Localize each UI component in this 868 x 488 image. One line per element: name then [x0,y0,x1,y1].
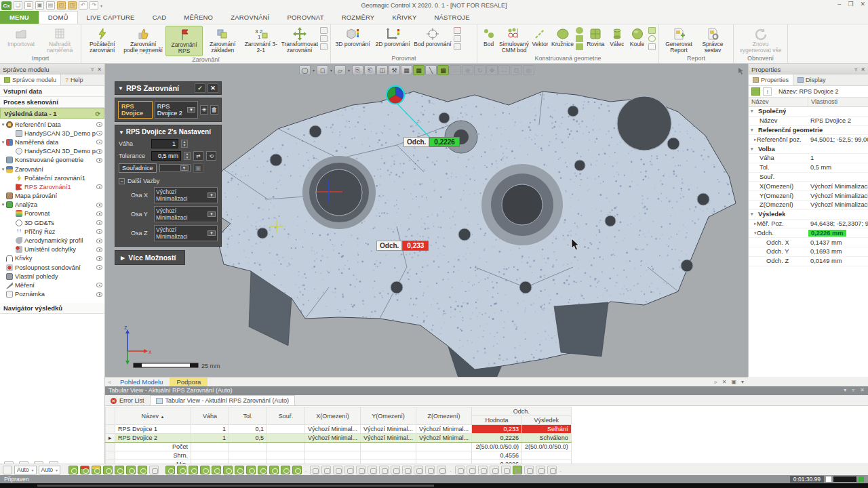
col-sour[interactable]: Souř. [267,407,305,425]
display-toggle-icon[interactable] [103,466,113,474]
section-scan-process[interactable]: Proces skenování [0,97,104,108]
tab-tabular-view[interactable]: Tabular View - Aktuální RPS Zarovnání (A… [150,395,295,405]
tolerance-spinner[interactable]: ▲▼ [184,152,191,160]
tree-item[interactable]: ▾Naměřená data [0,138,104,146]
view-cube-icon[interactable]: ◻ [317,65,328,75]
visibility-eye-icon[interactable] [96,158,102,163]
close-button[interactable]: ✕ [860,1,865,7]
render-toggle-icon[interactable] [165,466,175,474]
tab-help[interactable]: ? Help [61,75,87,85]
tree-item[interactable]: Aerodynamický profil [0,236,104,245]
sphere-button[interactable]: Koule [627,26,647,55]
coordinate-select[interactable]: ▼ [159,164,191,172]
axis-y-select[interactable]: Výchozí Minimalizaci▼ [154,206,218,222]
tree-item[interactable]: ▾Analýza [0,201,104,209]
circle-button[interactable]: Kružnice [551,26,574,55]
measure-tool-icon[interactable] [513,466,522,474]
prop-row[interactable]: Tol.0,5 mm [749,163,868,173]
display-toggle-icon[interactable] [92,466,101,474]
tree-item[interactable]: Křivky [0,254,104,263]
prop-row[interactable]: X(Omezení)Výchozí Minimalizaci [749,182,868,191]
prop-row[interactable]: Odch. Z0,0149 mm [749,257,868,266]
redo-icon[interactable]: ↷ [90,1,98,9]
axis-x-select[interactable]: Výchozí Minimalizaci▼ [154,187,218,203]
visibility-eye-icon[interactable] [96,220,102,225]
axis-z-select[interactable]: Výchozí Minimalizaci▼ [154,225,218,241]
visibility-eye-icon[interactable] [96,140,102,144]
compare-mini-icons[interactable] [453,26,462,52]
tab-nastroje[interactable]: NÁSTROJE [425,12,478,24]
video-progress-bar[interactable] [0,483,868,488]
shading-mode-icon[interactable]: ◯ [299,65,311,75]
delete-pair-icon[interactable]: 🗑 [210,105,218,115]
render-toggle-icon[interactable] [246,466,256,474]
col-tol[interactable]: Tol. [229,407,267,425]
open-folder-icon[interactable]: ◰ [57,1,66,9]
visibility-eye-icon[interactable] [96,283,102,287]
tab-model-manager[interactable]: Správce modelu [0,75,61,85]
save-icon[interactable]: ▣ [35,1,44,9]
pin-icon[interactable]: ▿ [91,66,94,73]
table-row[interactable]: Počet 2(50.0/0.0/50.0)2(50.0/0.0/50.0) [106,443,572,451]
categorize-icon[interactable] [751,87,760,96]
tolerance-reset-icon[interactable]: ⟲ [206,151,216,161]
render-toggle-icon[interactable] [189,466,198,474]
visibility-eye-icon[interactable] [96,184,102,189]
report-manager-button[interactable]: Správce sestav [697,26,728,55]
dialog-close-button[interactable]: ✕ [208,83,218,93]
prop-row[interactable]: Souř. [749,173,868,182]
pair-settings-header[interactable]: ▼ RPS Dvojice 2's Nastavení [119,128,218,136]
tree-item[interactable]: Porovnat [0,209,104,218]
close-panel-icon[interactable]: ✕ [861,66,865,73]
print-icon[interactable]: ▤ [46,1,55,9]
tree-item[interactable]: Umístění odchylky [0,245,104,254]
app-logo-icon[interactable]: Cx [1,1,12,10]
visibility-eye-icon[interactable] [96,122,102,127]
visibility-eye-icon[interactable] [96,239,102,243]
prop-row[interactable]: ▸Referenční poz.94,5001; -52,5; 99,0003 [749,135,868,144]
col-hodnota[interactable]: Hodnota [472,416,522,425]
tree-item[interactable]: Měření [0,281,104,289]
prop-row[interactable]: Odch. Y0,1693 mm [749,247,868,257]
prop-row[interactable]: Z(Omezení)Výchozí Minimalizaci [749,201,868,210]
visibility-eye-icon[interactable] [96,247,102,252]
rps-pair-button[interactable]: RPS Dvojice [118,101,153,119]
prop-row[interactable]: ▸Měř. Poz.94,6438; -52,3307; 99,... [749,220,868,229]
tree-item[interactable]: ↑↑Příčný Řez [0,227,104,236]
display-toggle-icon[interactable] [115,466,124,474]
geometry-mini-icons-2[interactable] [648,26,656,52]
rps-pair-select[interactable]: RPS Dvojice 2▼ [155,101,198,119]
simulated-cmm-point-button[interactable]: Simulovaný CMM bod [498,26,530,55]
3d-viewport[interactable]: z x 25 mm ◯▾ ◻▾ ▱▾ ⎘ ⎗ ◫ ⚒ ▦ ▦ [105,64,748,377]
render-toggle-icon[interactable] [269,466,279,474]
results-navigator-header[interactable]: Navigátor výsledků [0,303,104,314]
prop-row[interactable]: Y(Omezení)Výchozí Minimalizaci [749,191,868,201]
visibility-eye-icon[interactable] [96,265,102,270]
tree-item[interactable]: Konstruované geometrie [0,156,104,165]
tree-item[interactable]: HandySCAN 3D_Demo p... [0,129,104,138]
display-toggle-icon[interactable] [138,466,147,474]
paint-icon[interactable]: ⚒ [389,65,400,75]
weight-input[interactable]: 1 [151,139,178,148]
pin-icon[interactable]: ▿ [854,66,857,73]
visibility-eye-icon[interactable] [96,292,102,297]
point-geometry-button[interactable]: Bod [479,26,498,55]
view-mode-icon[interactable] [3,466,12,474]
tab-scroll-right-icon[interactable]: ▹ [715,379,717,385]
prop-group[interactable]: ▾Volba [749,144,868,154]
display-toggle-icon[interactable] [126,466,136,474]
refresh-small-icon[interactable]: ⟳ [95,108,100,118]
prop-row[interactable]: Váha1 [749,154,868,163]
maximize-button[interactable]: ❐ [848,1,853,7]
render-toggle-icon[interactable] [281,466,290,474]
cylinder-button[interactable]: Válec [607,26,627,55]
tree-item[interactable]: RPS Zarovnání1 [0,182,104,191]
col-x[interactable]: X(Omezení) [305,407,361,425]
tree-item[interactable]: Poznámka [0,290,104,299]
col-value[interactable]: Vlastnosti [808,98,840,106]
table-row[interactable]: RPS Dvojice 11 0,1 Výchozí Minimal...Výc… [106,425,572,434]
visibility-eye-icon[interactable] [96,256,102,261]
deviation-annotation-fail[interactable]: Odch. 0,233 [376,241,429,251]
render-toggle-icon[interactable] [223,466,233,474]
section-result-data[interactable]: Výsledná data - 1 ⟳ [0,108,104,119]
